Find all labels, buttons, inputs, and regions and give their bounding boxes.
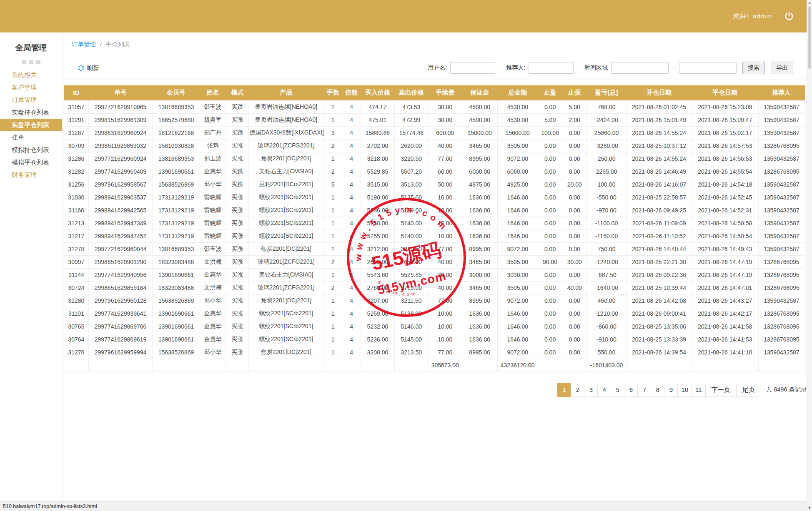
- table-cell: 2: [323, 255, 342, 268]
- table-cell: 3211.50: [394, 294, 428, 307]
- time-start-input[interactable]: [611, 62, 669, 74]
- table-cell: 13590432587: [758, 294, 804, 307]
- table-cell: 100.00: [587, 178, 627, 191]
- sidebar-item[interactable]: 客户管理: [0, 81, 62, 94]
- page-button-11[interactable]: 11: [692, 383, 706, 397]
- table-cell: 2: [323, 281, 342, 294]
- table-cell: 3030.00: [497, 268, 538, 281]
- table-cell: 2021-08-26 14:54:18: [692, 178, 758, 191]
- search-button[interactable]: 搜索: [742, 62, 765, 74]
- scrollbar-thumb[interactable]: [808, 6, 811, 69]
- table-cell: 1636.00: [462, 217, 497, 229]
- sidebar-item[interactable]: 系统相关: [0, 69, 62, 81]
- table-cell: 2021-08-25 10:39:44: [627, 281, 692, 294]
- page-button-5[interactable]: 5: [611, 383, 624, 397]
- table-cell: 13590432587: [758, 100, 804, 113]
- page-button-9[interactable]: 9: [664, 383, 678, 397]
- table-cell: 250.00: [587, 152, 627, 165]
- table-cell: 2998151629961309: [88, 113, 153, 126]
- sidebar-item[interactable]: 模拟平仓列表: [0, 156, 62, 169]
- breadcrumb-current: 平仓列表: [106, 40, 130, 48]
- range-separator: -: [673, 65, 675, 71]
- table-cell: 1636.00: [462, 320, 497, 333]
- breadcrumb-parent-link[interactable]: 订单管理: [72, 40, 96, 48]
- sidebar-item[interactable]: 实盘持仓列表: [0, 106, 62, 119]
- scroll-up-icon[interactable]: ▲: [807, 0, 812, 6]
- table-cell: 13286768095: [758, 139, 804, 152]
- table-cell: 13901690661: [153, 307, 200, 320]
- table-cell: -1150.00: [587, 229, 627, 242]
- username-input[interactable]: [450, 62, 495, 74]
- table-cell: 31286: [64, 152, 89, 165]
- refresh-button[interactable]: 刷新: [77, 64, 99, 72]
- table-cell: 2997741629940956: [88, 268, 153, 281]
- sidebar-item[interactable]: 挂单: [0, 131, 62, 144]
- table-row: 31282299774162996040913901690661金惠华买跌美钻石…: [64, 165, 805, 178]
- table-cell: 4: [342, 346, 361, 359]
- table-cell: 13286768095: [758, 333, 804, 346]
- page-button-7[interactable]: 7: [637, 383, 651, 397]
- table-cell: 4: [342, 191, 361, 204]
- scroll-down-icon[interactable]: ▼: [807, 505, 812, 511]
- table-cell: 0.00: [562, 242, 587, 255]
- table-cell: 2658.00: [394, 255, 428, 268]
- export-button[interactable]: 导出: [771, 62, 793, 74]
- table-cell: 15810930828: [153, 139, 200, 152]
- sidebar-item[interactable]: 订单管理: [0, 94, 62, 106]
- sidebar-item-active[interactable]: 实盘平仓列表: [0, 119, 62, 131]
- table-cell: 邱小华: [200, 346, 226, 359]
- table-cell: 玻璃2201[ZCFG2201]: [248, 139, 323, 152]
- logout-power-icon[interactable]: [784, 11, 794, 22]
- table-cell: 2021-08-26 15:09:47: [692, 113, 758, 126]
- table-cell: 1: [323, 191, 342, 204]
- table-cell: -3280.00: [587, 139, 627, 152]
- record-count: 共 8496 条记录: [766, 386, 807, 394]
- table-cell: 2021-08-25 13:35:06: [627, 320, 692, 333]
- sidebar-item[interactable]: 模拟持仓列表: [0, 144, 62, 156]
- vertical-scrollbar[interactable]: ▲ ▼: [807, 0, 812, 511]
- table-cell: -910.00: [587, 333, 627, 346]
- page-button-4[interactable]: 4: [597, 383, 611, 397]
- sidebar-item[interactable]: 财务管理: [0, 169, 62, 181]
- page-button-6[interactable]: 6: [624, 383, 638, 397]
- table-cell: 5190.00: [361, 191, 394, 204]
- table-cell: 4: [342, 320, 361, 333]
- table-cell: 2021-08-26 11:09:09: [627, 217, 692, 229]
- page-button-10[interactable]: 10: [677, 383, 692, 397]
- table-cell: 5145.00: [394, 333, 428, 346]
- page-button-1[interactable]: 1: [557, 383, 571, 397]
- table-cell: 德国DAX30指数[IXIXGDAXI]: [248, 126, 323, 139]
- table-cell: 5135.00: [394, 191, 428, 204]
- page-button-8[interactable]: 8: [651, 383, 664, 397]
- table-cell: 2021-08-26 09:49:25: [627, 204, 692, 217]
- referrer-input[interactable]: [529, 62, 574, 74]
- table-cell: 550.00: [587, 346, 627, 359]
- table-cell: 5236.00: [361, 333, 394, 346]
- table-cell: 18121622168: [153, 126, 200, 139]
- next-page-button[interactable]: 下一页: [705, 383, 737, 397]
- table-cell: 2021-08-26 14:41:58: [692, 320, 758, 333]
- table-cell: 3465.00: [462, 281, 497, 294]
- table-cell: 90.00: [538, 255, 562, 268]
- table-cell: [88, 359, 153, 371]
- table-cell: 1: [323, 268, 342, 281]
- page-button-3[interactable]: 3: [584, 383, 598, 397]
- table-cell: 0.00: [538, 139, 562, 152]
- page-button-2[interactable]: 2: [571, 383, 584, 397]
- table-cell: 2021-08-26 01:02:45: [627, 100, 692, 113]
- table-cell: 305673.00: [428, 359, 462, 371]
- time-end-input[interactable]: [679, 62, 737, 74]
- table-totals-row: 305673.0043236120.00-1601403.00: [64, 359, 805, 371]
- table-cell: 1: [323, 204, 342, 217]
- table-cell: 4: [342, 204, 361, 217]
- column-header: 会员号: [153, 85, 200, 100]
- table-cell: 100.00: [538, 126, 562, 139]
- column-header: 手数: [323, 85, 342, 100]
- table-cell: 4: [342, 100, 361, 113]
- table-cell: 30.00: [428, 268, 462, 281]
- sidebar: 全局管理 系统相关客户管理订单管理实盘持仓列表实盘平仓列表挂单模拟持仓列表模拟平…: [0, 32, 63, 502]
- table-cell: 4500.00: [462, 100, 497, 113]
- last-page-button[interactable]: 尾页: [736, 383, 761, 397]
- table-cell: 2021-08-26 14:41:53: [692, 333, 758, 346]
- table-cell: -1640.00: [587, 281, 627, 294]
